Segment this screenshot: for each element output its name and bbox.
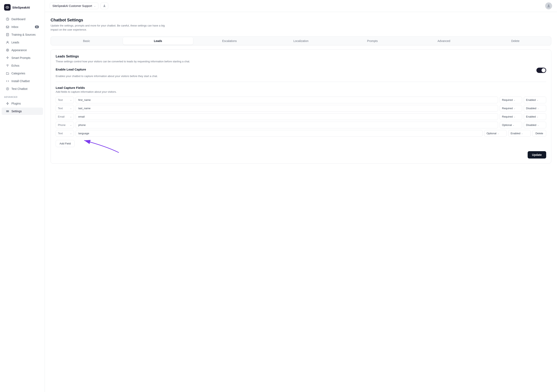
chevron-down-icon: ⌄ bbox=[70, 115, 72, 118]
field-type-label-2: Text bbox=[58, 107, 63, 110]
delete-field-button-5[interactable]: Delete bbox=[532, 130, 546, 137]
field-status-select-5[interactable]: Enabled ⌄ bbox=[508, 130, 531, 137]
tab-prompts[interactable]: Prompts bbox=[337, 37, 408, 45]
field-type-label-5: Text bbox=[58, 132, 63, 135]
field-status-select-2[interactable]: Disabled ⌄ bbox=[524, 105, 546, 112]
field-name-input-2[interactable] bbox=[76, 105, 498, 112]
sidebar-item-echos[interactable]: Echos bbox=[2, 62, 43, 69]
sidebar-item-label: Settings bbox=[11, 110, 22, 113]
sidebar-item-label: Echos bbox=[11, 64, 19, 67]
field-required-label-3: Required bbox=[502, 115, 513, 118]
plugins-icon bbox=[6, 102, 9, 105]
sidebar-item-plugins[interactable]: Plugins bbox=[2, 100, 43, 107]
leads-settings-card: Leads Settings These settings control ho… bbox=[50, 49, 551, 164]
enable-lead-capture-toggle[interactable] bbox=[536, 68, 546, 73]
field-status-label-2: Disabled bbox=[526, 107, 536, 110]
field-name-input-3[interactable] bbox=[76, 113, 498, 120]
field-required-select-3[interactable]: Required ⌄ bbox=[500, 113, 522, 120]
field-status-select-1[interactable]: Enabled ⌄ bbox=[524, 96, 546, 103]
svg-point-6 bbox=[6, 49, 9, 51]
categories-icon bbox=[6, 72, 9, 75]
field-type-label-1: Text bbox=[58, 98, 63, 102]
field-required-label-4: Optional bbox=[502, 123, 512, 127]
enable-lead-capture-desc-row: Enables your chatbot to capture informat… bbox=[56, 75, 546, 78]
field-type-select-3[interactable]: Email ⌄ bbox=[56, 113, 74, 120]
tab-escalations[interactable]: Escalations bbox=[194, 37, 265, 45]
tab-basic[interactable]: Basic bbox=[51, 37, 122, 45]
main-nav: Dashboard Inbox 6 Training & Sources Lea… bbox=[0, 16, 45, 388]
field-required-label-5: Optional bbox=[486, 132, 496, 135]
sidebar-item-leads[interactable]: Leads bbox=[2, 39, 43, 46]
tab-advanced[interactable]: Advanced bbox=[409, 37, 479, 45]
field-name-input-1[interactable] bbox=[76, 96, 498, 103]
chatbot-selector[interactable]: SiteSpeakAI Customer Support ⌄ bbox=[50, 3, 98, 9]
sidebar-item-label: Plugins bbox=[11, 102, 21, 105]
field-status-select-3[interactable]: Enabled ⌄ bbox=[524, 113, 546, 120]
sidebar-item-settings[interactable]: Settings bbox=[2, 108, 43, 115]
sidebar-item-install-chatbot[interactable]: Install Chatbot bbox=[2, 77, 43, 85]
chevron-down-icon: ⌄ bbox=[70, 132, 72, 135]
field-status-select-4[interactable]: Disabled ⌄ bbox=[524, 122, 546, 128]
field-required-label-2: Required bbox=[502, 107, 513, 110]
field-name-input-4[interactable] bbox=[76, 122, 498, 128]
logo-icon bbox=[4, 4, 11, 11]
sidebar-item-smart-prompts[interactable]: Smart Prompts bbox=[2, 54, 43, 62]
table-row: Text ⌄ Required ⌄ Enabled ⌄ bbox=[56, 96, 546, 103]
settings-tabs: Basic Leads Escalations Localization Pro… bbox=[50, 36, 551, 45]
sidebar-item-label: Inbox bbox=[11, 25, 18, 29]
sidebar-item-test-chatbot[interactable]: Test Chatbot bbox=[2, 85, 43, 93]
page-subtitle: Update the settings, prompts and more fo… bbox=[50, 24, 173, 32]
chevron-down-icon: ⌄ bbox=[513, 124, 514, 126]
main-content: SiteSpeakAI Customer Support ⌄ Chatbot S… bbox=[45, 0, 557, 392]
lead-capture-info: Enable Lead Capture bbox=[56, 68, 86, 71]
table-row: Text ⌄ Required ⌄ Disabled ⌄ bbox=[56, 105, 546, 112]
sidebar-item-label: Test Chatbot bbox=[11, 87, 27, 90]
sidebar-item-training[interactable]: Training & Sources bbox=[2, 31, 43, 38]
field-status-label-1: Enabled bbox=[526, 98, 536, 102]
lead-capture-fields-title: Lead Capture Fields bbox=[56, 86, 546, 89]
sidebar-item-appearance[interactable]: Appearance bbox=[2, 47, 43, 54]
smart-prompts-icon bbox=[6, 56, 9, 60]
svg-point-11 bbox=[548, 4, 549, 6]
divider bbox=[56, 82, 546, 82]
export-button[interactable] bbox=[100, 3, 108, 9]
chevron-down-icon: ⌄ bbox=[497, 132, 499, 135]
sidebar: SiteSpeakAI Dashboard Inbox 6 Training &… bbox=[0, 0, 45, 392]
add-field-container: Add Field bbox=[56, 140, 546, 147]
field-type-select-5[interactable]: Text ⌄ bbox=[56, 130, 74, 137]
update-button[interactable]: Update bbox=[528, 151, 546, 159]
field-name-input-5[interactable] bbox=[76, 130, 483, 137]
field-required-select-5[interactable]: Optional ⌄ bbox=[484, 130, 507, 137]
add-field-button[interactable]: Add Field bbox=[56, 140, 75, 147]
sidebar-item-label: Training & Sources bbox=[11, 33, 36, 36]
field-required-select-1[interactable]: Required ⌄ bbox=[500, 96, 522, 103]
field-required-select-2[interactable]: Required ⌄ bbox=[500, 105, 522, 112]
field-required-select-4[interactable]: Optional ⌄ bbox=[500, 122, 522, 128]
chevron-down-icon: ⌄ bbox=[537, 99, 539, 101]
enable-lead-capture-row: Enable Lead Capture bbox=[56, 68, 546, 73]
tab-localization[interactable]: Localization bbox=[266, 37, 336, 45]
sidebar-item-label: Appearance bbox=[11, 48, 27, 52]
field-type-select-4[interactable]: Phone ⌄ bbox=[56, 122, 74, 128]
sidebar-item-inbox[interactable]: Inbox 6 bbox=[2, 23, 43, 31]
dashboard-icon bbox=[6, 17, 9, 21]
field-status-label-5: Enabled bbox=[510, 132, 520, 135]
field-type-select-1[interactable]: Text ⌄ bbox=[56, 96, 74, 103]
bottom-row: Update bbox=[56, 151, 546, 159]
table-row: Email ⌄ Required ⌄ Enabled ⌄ bbox=[56, 113, 546, 120]
inbox-icon bbox=[6, 25, 9, 29]
svg-point-8 bbox=[7, 66, 8, 67]
user-avatar[interactable] bbox=[545, 2, 552, 9]
enable-lead-capture-title: Enable Lead Capture bbox=[56, 68, 86, 71]
chevron-down-icon: ⌄ bbox=[94, 4, 96, 7]
advanced-section-label: Advanced bbox=[0, 93, 45, 99]
app-logo: SiteSpeakAI bbox=[0, 4, 45, 16]
field-type-select-2[interactable]: Text ⌄ bbox=[56, 105, 74, 112]
sidebar-item-label: Categories bbox=[11, 72, 25, 75]
field-status-label-4: Disabled bbox=[526, 123, 536, 127]
tab-delete[interactable]: Delete bbox=[480, 37, 550, 45]
sidebar-item-dashboard[interactable]: Dashboard bbox=[2, 16, 43, 23]
chevron-down-icon: ⌄ bbox=[537, 115, 539, 118]
tab-leads[interactable]: Leads bbox=[123, 37, 193, 45]
sidebar-item-categories[interactable]: Categories bbox=[2, 70, 43, 77]
